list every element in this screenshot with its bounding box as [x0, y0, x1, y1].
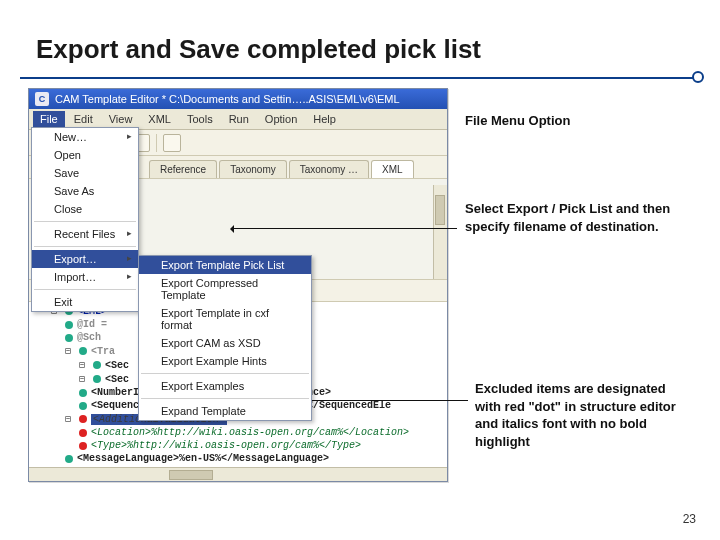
tab-xml[interactable]: XML — [371, 160, 414, 178]
toolbar-button[interactable] — [163, 134, 181, 152]
export-examples[interactable]: Export Examples — [139, 377, 311, 395]
tree-node-text: <Location>%http://wiki.oasis-open.org/ca… — [91, 427, 409, 438]
file-import[interactable]: Import… — [32, 268, 138, 286]
app-window: C CAM Template Editor * C:\Documents and… — [28, 88, 448, 482]
page-number: 23 — [683, 512, 696, 526]
export-hints[interactable]: Export Example Hints — [139, 352, 311, 370]
tree-node-text: @Sch — [77, 332, 101, 343]
menu-separator — [34, 246, 136, 247]
annotation-excluded-items: Excluded items are designated with red "… — [475, 380, 695, 450]
dot-icon — [93, 375, 101, 383]
tree-row[interactable]: <MessageLanguage>%en-US%</MessageLanguag… — [35, 452, 443, 465]
file-open[interactable]: Open — [32, 146, 138, 164]
dot-icon — [65, 321, 73, 329]
annotation-file-menu: File Menu Option — [465, 112, 570, 130]
window-title: CAM Template Editor * C:\Documents and S… — [55, 93, 400, 105]
collapse-icon: ⊟ — [63, 413, 73, 425]
menu-tools[interactable]: Tools — [180, 111, 220, 127]
tree-node-text: @Id = — [77, 319, 107, 330]
export-xsd[interactable]: Export CAM as XSD — [139, 334, 311, 352]
arrow-icon — [232, 228, 457, 229]
collapse-icon: ⊟ — [63, 345, 73, 357]
file-menu-dropdown: New… Open Save Save As Close Recent File… — [31, 127, 139, 312]
dot-icon — [79, 389, 87, 397]
menu-edit[interactable]: Edit — [67, 111, 100, 127]
collapse-icon: ⊟ — [77, 359, 87, 371]
tree-node-text: <MessageLanguage>%en-US%</MessageLanguag… — [77, 453, 329, 464]
expand-template[interactable]: Expand Template — [139, 402, 311, 420]
tab-taxonomy2[interactable]: Taxonomy … — [289, 160, 369, 178]
dot-icon — [79, 402, 87, 410]
horizontal-scrollbar[interactable] — [29, 467, 447, 481]
menu-file[interactable]: File — [33, 111, 65, 127]
annotation-select-export: Select Export / Pick List and then speci… — [465, 200, 675, 235]
tree-node-text: <Tra — [91, 346, 115, 357]
tab-taxonomy[interactable]: Taxonomy — [219, 160, 287, 178]
tree-row[interactable]: <Type>%http://wiki.oasis-open.org/cam%</… — [35, 439, 443, 452]
export-compressed[interactable]: Export Compressed Template — [139, 274, 311, 304]
dot-icon — [93, 361, 101, 369]
menu-help[interactable]: Help — [306, 111, 343, 127]
tab-reference[interactable]: Reference — [149, 160, 217, 178]
collapse-icon: ⊟ — [77, 373, 87, 385]
export-cxf[interactable]: Export Template in cxf format — [139, 304, 311, 334]
menu-separator — [34, 289, 136, 290]
tree-node-text: <Sec — [105, 374, 129, 385]
menu-separator — [34, 221, 136, 222]
toolbar-separator — [156, 134, 157, 152]
export-submenu: Export Template Pick List Export Compres… — [138, 255, 312, 421]
export-pick-list[interactable]: Export Template Pick List — [139, 256, 311, 274]
dot-icon — [79, 347, 87, 355]
file-new[interactable]: New… — [32, 128, 138, 146]
menu-xml[interactable]: XML — [141, 111, 178, 127]
menu-separator — [141, 398, 309, 399]
dot-icon — [65, 455, 73, 463]
window-titlebar: C CAM Template Editor * C:\Documents and… — [29, 89, 447, 109]
file-recent[interactable]: Recent Files — [32, 225, 138, 243]
menu-run[interactable]: Run — [222, 111, 256, 127]
slide-title: Export and Save completed pick list — [0, 0, 720, 71]
tree-node-text: <Sec — [105, 360, 129, 371]
menu-separator — [141, 373, 309, 374]
menu-option[interactable]: Option — [258, 111, 304, 127]
app-icon: C — [35, 92, 49, 106]
file-save[interactable]: Save — [32, 164, 138, 182]
title-rule — [20, 71, 700, 83]
file-save-as[interactable]: Save As — [32, 182, 138, 200]
file-export[interactable]: Export… — [32, 250, 138, 268]
tree-row[interactable]: <Location>%http://wiki.oasis-open.org/ca… — [35, 426, 443, 439]
dot-icon — [65, 334, 73, 342]
dot-red-icon — [79, 429, 87, 437]
dot-red-icon — [79, 415, 87, 423]
dot-red-icon — [79, 442, 87, 450]
menu-view[interactable]: View — [102, 111, 140, 127]
tree-node-text: <Type>%http://wiki.oasis-open.org/cam%</… — [91, 440, 361, 451]
file-close[interactable]: Close — [32, 200, 138, 218]
file-exit[interactable]: Exit — [32, 293, 138, 311]
